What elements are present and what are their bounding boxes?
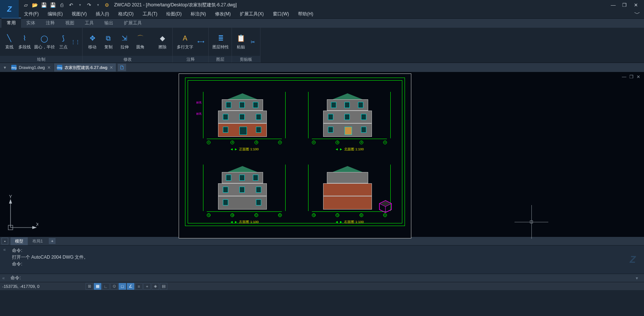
doc-tab-drawing1[interactable]: dwg Drawing1.dwg ✕ xyxy=(8,63,54,72)
polyline-button[interactable]: ⌇多段线 xyxy=(18,32,32,51)
drawing-canvas[interactable]: — ❐ ✕ 标高 标高 ①②③④ ◄ ►正面图 1:10 xyxy=(0,72,644,237)
status-otrack-button[interactable]: ∠ xyxy=(127,283,134,290)
add-layout-button[interactable]: + xyxy=(49,238,56,244)
qat-open-icon[interactable]: 📂 xyxy=(32,1,38,8)
command-chevron-icon[interactable]: « xyxy=(2,276,8,281)
qat-undo-drop-icon[interactable]: ▾ xyxy=(77,1,83,8)
status-polar-button[interactable]: ⊙ xyxy=(110,283,118,290)
quick-access-toolbar: ▱ 📂 💾 💾 ⎙ ↶ ▾ ↷ ▾ ⚙ xyxy=(23,1,110,8)
ribbon-tabs: 常用 实体 注释 视图 工具 输出 扩展工具 xyxy=(0,19,644,28)
viewport-min-icon[interactable]: — xyxy=(622,74,626,79)
doc-tab-label: Drawing1.dwg xyxy=(19,65,45,70)
plus-icon: 🗋 xyxy=(119,64,125,70)
elevation-front: 标高 标高 ①②③④ ◄ ►正面图 1:100 xyxy=(196,86,293,153)
layer-properties-button[interactable]: ≣图层特性 xyxy=(212,32,230,51)
doc-tab-villa[interactable]: dwg 农家别墅建筑-6.27.dwg ✕ xyxy=(54,63,116,72)
command-prompt-label: 命令: xyxy=(11,275,21,281)
ribbon-expand-icon[interactable]: ﹀ xyxy=(634,10,640,18)
menu-draw[interactable]: 绘图(D) xyxy=(163,10,185,18)
ribbon-tab-output[interactable]: 输出 xyxy=(99,18,119,28)
svg-marker-4 xyxy=(9,199,12,204)
qat-new-icon[interactable]: ▱ xyxy=(23,1,29,8)
viewport-window-controls: — ❐ ✕ xyxy=(622,74,640,79)
ribbon-tab-tools[interactable]: 工具 xyxy=(80,18,99,28)
ribbon-tab-express[interactable]: 扩展工具 xyxy=(119,18,147,28)
ucs-icon: Y X xyxy=(5,195,38,232)
qat-redo-drop-icon[interactable]: ▾ xyxy=(95,1,101,8)
menu-dimension[interactable]: 标注(N) xyxy=(188,10,209,18)
command-history-line: 命令: xyxy=(12,247,618,254)
qat-redo-icon[interactable]: ↷ xyxy=(86,1,92,8)
draw-more-button[interactable]: ⋮⋮ xyxy=(72,36,79,48)
svg-text:X: X xyxy=(36,222,38,227)
layout-toggle-button[interactable]: ▪ xyxy=(2,238,8,244)
arc-button[interactable]: ⟆三点 xyxy=(57,32,69,51)
mtext-button[interactable]: A多行文字 xyxy=(176,32,194,51)
ribbon-tab-solid[interactable]: 实体 xyxy=(21,18,41,28)
menu-tools[interactable]: 工具(T) xyxy=(140,10,160,18)
panel-title-clipboard: 剪贴板 xyxy=(232,56,260,63)
move-button[interactable]: ✥移动 xyxy=(86,32,99,51)
elevation-right: ⒹⒸⒷⒶ ◄ ►右面图 1:100 xyxy=(301,159,398,226)
stretch-button[interactable]: ⇲拉伸 xyxy=(117,32,131,51)
panel-title-draw: 绘制 xyxy=(0,56,82,63)
paste-button[interactable]: 📋粘贴 xyxy=(235,32,247,51)
command-input[interactable] xyxy=(22,276,636,281)
ribbon-tab-home[interactable]: 常用 xyxy=(2,18,21,28)
app-logo-icon: Z xyxy=(7,5,12,13)
view-cube[interactable] xyxy=(378,199,393,214)
menu-insert[interactable]: 插入(I) xyxy=(93,10,112,18)
elevation-right-label: ◄ ►右面图 1:100 xyxy=(301,220,398,225)
status-snap-button[interactable]: ⊞ xyxy=(86,283,93,290)
close-tab-icon[interactable]: ✕ xyxy=(47,65,51,70)
new-doc-tab-button[interactable]: 🗋 xyxy=(118,64,126,71)
erase-button[interactable]: ◆擦除 xyxy=(155,32,169,51)
layout-tab-layout1[interactable]: 布局1 xyxy=(28,237,47,245)
maximize-button[interactable]: ❐ xyxy=(621,2,628,8)
app-menu-button[interactable]: Z xyxy=(0,0,19,18)
status-qp-button[interactable]: ▤ xyxy=(160,283,167,290)
ribbon-tab-annotate[interactable]: 注释 xyxy=(41,18,60,28)
qat-workspace-icon[interactable]: ⚙ xyxy=(104,1,110,8)
command-history-lines[interactable]: 命令: 打开一个 AutoCAD 2004 DWG 文件。 命令: xyxy=(9,246,621,274)
fillet-button[interactable]: ⌒圆角 xyxy=(134,32,147,51)
menu-window[interactable]: 窗口(W) xyxy=(270,10,292,18)
menu-express[interactable]: 扩展工具(X) xyxy=(237,10,267,18)
dim-drop-button[interactable]: ⟷ xyxy=(197,36,205,48)
status-grid-button[interactable]: ▦ xyxy=(94,283,101,290)
line-button[interactable]: ╲直线 xyxy=(3,32,15,51)
close-tab-icon[interactable]: ✕ xyxy=(110,65,113,70)
status-dyn-button[interactable]: + xyxy=(143,283,151,290)
command-dropdown-icon[interactable]: ▾ xyxy=(636,276,642,281)
menu-modify[interactable]: 修改(M) xyxy=(212,10,234,18)
cut-button[interactable]: ✂ xyxy=(249,36,257,48)
menu-file[interactable]: 文件(F) xyxy=(21,10,42,18)
status-lwt-button[interactable]: ≡ xyxy=(135,283,143,290)
qat-save-icon[interactable]: 💾 xyxy=(41,1,47,8)
viewport-max-icon[interactable]: ❐ xyxy=(629,74,633,79)
menu-help[interactable]: 帮助(H) xyxy=(295,10,316,18)
menu-edit[interactable]: 编辑(E) xyxy=(45,10,66,18)
watermark-logo: Z xyxy=(621,246,644,274)
viewport-close-icon[interactable]: ✕ xyxy=(636,74,640,79)
minimize-button[interactable]: — xyxy=(609,2,617,8)
copy-button[interactable]: ⧉复制 xyxy=(102,32,116,51)
status-cycle-button[interactable]: ◈ xyxy=(152,283,159,290)
dwg-file-icon: dwg xyxy=(57,65,62,70)
menu-view[interactable]: 视图(V) xyxy=(69,10,90,18)
layout-tab-model[interactable]: 模型 xyxy=(11,237,28,245)
mtext-icon: A xyxy=(181,34,190,43)
circle-button[interactable]: ◯圆心，半径 xyxy=(34,33,55,51)
qat-saveall-icon[interactable]: 💾 xyxy=(50,1,56,8)
qat-plot-icon[interactable]: ⎙ xyxy=(59,1,65,8)
doc-tabs-menu-icon[interactable]: ▾ xyxy=(2,65,8,70)
status-osnap-button[interactable]: □ xyxy=(119,283,126,290)
close-button[interactable]: ✕ xyxy=(632,2,639,8)
status-ortho-button[interactable]: ∟ xyxy=(102,283,110,290)
ribbon-panel-draw: ╲直线 ⌇多段线 ◯圆心，半径 ⟆三点 ⋮⋮ 绘制 xyxy=(0,28,83,63)
ribbon-tab-view[interactable]: 视图 xyxy=(60,18,80,28)
qat-undo-icon[interactable]: ↶ xyxy=(68,1,74,8)
command-history-handle[interactable]: « xyxy=(0,246,9,274)
menu-format[interactable]: 格式(O) xyxy=(115,10,137,18)
coordinates-readout[interactable]: -153735, -417709, 0 xyxy=(2,284,85,289)
